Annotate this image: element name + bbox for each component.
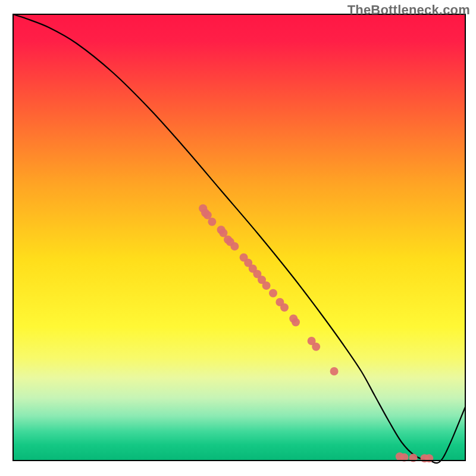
data-point — [280, 303, 289, 312]
data-point — [230, 242, 239, 250]
bottleneck-chart — [0, 0, 476, 476]
data-point — [292, 318, 300, 327]
data-point — [208, 218, 216, 226]
data-point — [330, 367, 339, 375]
data-point — [269, 289, 277, 298]
watermark-text: TheBottleneck.com — [347, 2, 470, 18]
chart-stage: TheBottleneck.com — [0, 0, 476, 476]
data-point — [262, 281, 271, 290]
plot-background — [13, 14, 465, 461]
data-point — [425, 454, 433, 462]
data-point — [312, 343, 320, 351]
